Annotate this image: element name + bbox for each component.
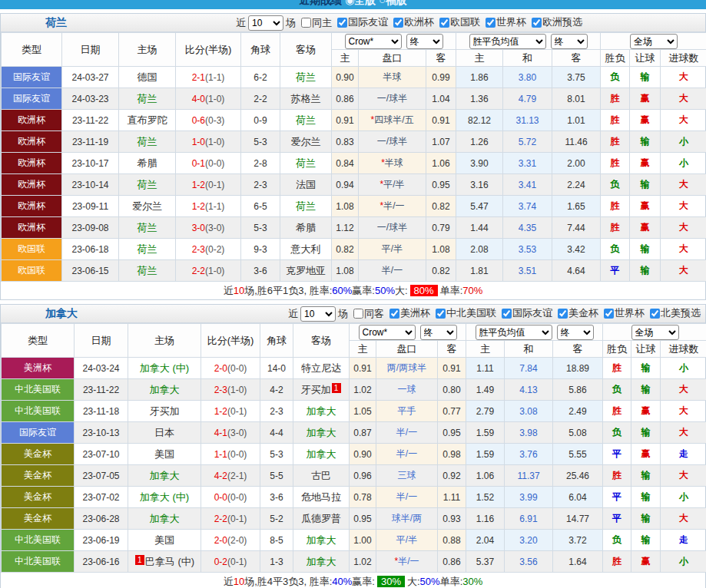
league-checkbox[interactable] — [439, 18, 449, 28]
result-value: 胜 — [601, 217, 630, 239]
score-cell: 3-0(3-0) — [176, 217, 241, 239]
fulltime-score: 2-0 — [214, 535, 227, 546]
league-filter[interactable]: 世界杯 — [480, 15, 526, 29]
league-checkbox[interactable] — [532, 18, 542, 28]
league-checkbox[interactable] — [389, 309, 399, 319]
corner-score: 4-2 — [260, 379, 293, 401]
same-venue-filter[interactable]: 同主 — [296, 16, 332, 30]
league-filter[interactable]: 世界杯 — [598, 306, 645, 320]
away-team-cell: 加拿大 — [293, 444, 350, 465]
avg-draw-value: 7.84 — [505, 358, 553, 379]
summary-stat: 10 — [234, 285, 244, 296]
league-checkbox[interactable] — [502, 309, 512, 319]
col-corner: 角球 — [241, 33, 280, 67]
same-venue-checkbox[interactable] — [353, 309, 363, 319]
view-mode-switch[interactable]: 近期战绩 ◉全版 ○福版 — [0, 0, 706, 8]
handicap-result-value: 输 — [630, 67, 661, 88]
match-date: 23-10-17 — [62, 153, 119, 174]
avg-group: 胜平负均值终 — [466, 324, 603, 341]
corner-score: 2-3 — [241, 174, 280, 196]
near-count-select[interactable]: 10 — [248, 15, 283, 31]
league-badge: 国际友谊 — [2, 422, 74, 443]
goals-result-value: 大 — [661, 260, 706, 282]
odds-home-value: 0.78 — [350, 487, 376, 508]
league-checkbox[interactable] — [558, 309, 568, 319]
league-cell: 欧洲杯 — [2, 153, 62, 174]
near-count-select[interactable]: 10 — [300, 306, 336, 322]
avg-select[interactable]: 胜平负均值 — [469, 34, 546, 49]
avg-away-value: 25.46 — [553, 465, 603, 487]
match-row: 欧洲杯 23-10-17 希腊 0-1(0-0) 2-8 荷兰 0.84 *半球… — [2, 153, 706, 174]
odds-final-select[interactable]: 终 — [406, 34, 443, 49]
away-team-cell: 荷兰 — [280, 110, 332, 131]
halftime-score: (0-1) — [205, 180, 224, 190]
col-date: 日期 — [62, 33, 119, 67]
league-badge: 中北美国联 — [2, 401, 74, 421]
league-checkbox[interactable] — [650, 309, 660, 319]
scope-group: 全场 — [603, 324, 706, 341]
league-filter[interactable]: 欧洲杯 — [388, 15, 434, 29]
odds-company-select[interactable]: Crow* — [345, 34, 402, 49]
view-mode-segment[interactable]: ◉全版 — [342, 0, 376, 6]
fulltime-score: 0-0 — [214, 492, 227, 503]
col-avg-draw: 和 — [503, 50, 552, 67]
home-team-name: 荷兰 — [138, 93, 157, 104]
away-team-name: 加拿大 — [307, 405, 336, 417]
league-checkbox[interactable] — [393, 18, 403, 28]
home-team-name: 日本 — [154, 427, 174, 438]
odds-final-select[interactable]: 终 — [420, 325, 457, 340]
odds-away-value: 0.80 — [438, 379, 466, 401]
halftime-score: (0-0) — [227, 363, 247, 374]
view-mode-segment[interactable]: ○福版 — [376, 0, 406, 6]
same-venue-filter[interactable]: 同客 — [348, 307, 384, 321]
col-odds-home: 主 — [332, 50, 359, 67]
fulltime-score: 2-3 — [214, 385, 227, 395]
handicap-cell: 球半/两 — [376, 508, 438, 530]
scope-select[interactable]: 全场 — [630, 34, 678, 49]
scope-group: 全场 — [601, 33, 706, 50]
league-checkbox[interactable] — [337, 18, 347, 28]
league-filter[interactable]: 国际友谊 — [332, 15, 388, 29]
match-row: 美洲杯 24-03-24 加拿大 (中) 2-0(0-0) 14-0 特立尼达 … — [2, 358, 706, 379]
corner-score: 2-2 — [241, 88, 280, 110]
avg-final-select[interactable]: 终 — [557, 325, 594, 340]
avg-home-value: 1.36 — [456, 88, 503, 110]
halftime-score: (1-0) — [205, 94, 224, 104]
score-cell: 2-0(0-0) — [201, 358, 260, 379]
avg-select[interactable]: 胜平负均值 — [476, 325, 552, 340]
odds-home-value: 0.84 — [332, 153, 359, 174]
league-cell: 美金杯 — [2, 465, 75, 487]
league-filter[interactable]: 美金杯 — [552, 306, 598, 320]
match-row: 欧国联 23-06-18 荷兰 2-3(0-2) 9-3 意大利 0.82 平/… — [2, 239, 706, 260]
league-checkbox[interactable] — [436, 309, 446, 319]
corner-score: 8-5 — [260, 530, 293, 551]
summary-stat: 场,胜4平3负3, 胜率: — [244, 575, 332, 588]
avg-draw-value: 3.76 — [505, 444, 553, 465]
league-filter[interactable]: 欧国联 — [434, 15, 480, 29]
result-value: 负 — [601, 67, 630, 88]
league-checkbox[interactable] — [486, 18, 496, 28]
filter-bar: 近 10 场 同主 国际友谊欧洲杯欧国联世界杯欧洲预选 — [236, 15, 582, 31]
fulltime-score: 3-0 — [192, 223, 205, 233]
goals-result-value: 小 — [661, 487, 706, 508]
away-team-name: 危地马拉 — [301, 491, 341, 503]
away-rank-badge: 1 — [332, 383, 341, 393]
col-handicap-result: 让球 — [631, 341, 661, 358]
league-filter[interactable]: 中北美国联 — [430, 306, 496, 320]
scope-select[interactable]: 全场 — [631, 325, 679, 340]
odds-away-value: 0.88 — [438, 530, 466, 551]
league-filter[interactable]: 国际友谊 — [496, 306, 552, 320]
avg-final-select[interactable]: 终 — [551, 34, 588, 49]
league-filter[interactable]: 欧洲预选 — [526, 15, 582, 29]
halftime-score: (0-0) — [227, 449, 247, 460]
result-value: 负 — [601, 239, 630, 260]
odds-company-select[interactable]: Crow* — [359, 325, 416, 340]
league-filter[interactable]: 北美预选 — [645, 306, 701, 320]
league-filter[interactable]: 美洲杯 — [384, 306, 430, 320]
corner-score: 3-6 — [260, 487, 293, 508]
match-date: 23-10-13 — [75, 422, 128, 444]
same-venue-checkbox[interactable] — [301, 18, 311, 28]
odds-home-value: 1.02 — [350, 551, 376, 573]
home-team-name: 牙买加 — [150, 405, 180, 417]
league-checkbox[interactable] — [604, 309, 614, 319]
